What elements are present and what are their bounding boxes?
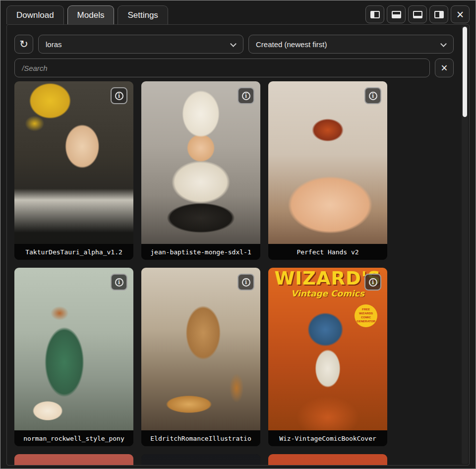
info-button[interactable]: i (238, 274, 254, 291)
model-thumbnail[interactable] (141, 454, 260, 466)
tab-models-label: Models (77, 10, 105, 20)
info-button[interactable]: i (364, 87, 381, 104)
model-grid: i TakturDesTauri_alpha_v1.2 i jean-bapti… (14, 81, 454, 466)
split-right-icon (434, 11, 444, 18)
layout-split-bottom-button[interactable] (387, 5, 406, 23)
model-thumbnail[interactable]: i (141, 81, 260, 244)
model-card[interactable] (141, 454, 260, 466)
model-thumbnail[interactable]: i (141, 268, 260, 430)
model-card[interactable]: i TakturDesTauri_alpha_v1.2 (14, 81, 133, 260)
model-thumbnail[interactable]: i (268, 81, 387, 244)
model-card[interactable]: WIZARD'S Vintage Comics FREE WIZARDS COM… (268, 268, 387, 446)
tab-settings[interactable]: Settings (118, 5, 168, 24)
model-name: norman_rockwell_style_pony (14, 430, 133, 446)
window-controls: × (365, 5, 470, 23)
tab-download[interactable]: Download (6, 5, 64, 24)
models-toolbar: ↻ loras Created (newest first) (14, 35, 454, 54)
split-bottom-icon (392, 11, 401, 18)
model-name: Perfect Hands v2 (268, 244, 387, 260)
info-button[interactable]: i (111, 274, 127, 291)
sort-select[interactable]: Created (newest first) (248, 35, 454, 54)
split-bottom-bar-icon (413, 11, 422, 18)
sort-value: Created (newest first) (256, 40, 327, 49)
tab-settings-label: Settings (127, 10, 158, 20)
info-icon: i (115, 92, 123, 100)
app-window: Download Models Settings × (0, 0, 476, 469)
model-thumbnail[interactable] (268, 454, 387, 466)
model-card[interactable]: i EldritchRomanceIllustratio (141, 268, 260, 446)
model-card[interactable] (14, 454, 133, 466)
model-card[interactable]: i jean-baptiste-monge-sdxl-1 (141, 81, 260, 260)
model-name: EldritchRomanceIllustratio (141, 430, 260, 446)
chevron-down-icon (440, 41, 447, 47)
info-button[interactable]: i (238, 87, 254, 104)
info-icon: i (242, 92, 250, 100)
chevron-down-icon (230, 41, 237, 47)
scrollbar-thumb[interactable] (463, 27, 467, 117)
model-type-value: loras (46, 40, 62, 49)
close-button[interactable]: × (451, 5, 470, 23)
model-name: TakturDesTauri_alpha_v1.2 (14, 244, 133, 260)
split-left-icon (370, 11, 380, 18)
clear-search-button[interactable]: × (435, 59, 454, 77)
close-icon: × (441, 62, 447, 74)
info-button[interactable]: i (364, 274, 381, 291)
info-button[interactable]: i (111, 87, 127, 104)
models-panel: ↻ loras Created (newest first) × (6, 24, 470, 466)
layout-bottom-bar-button[interactable] (408, 5, 427, 23)
model-card[interactable]: i Perfect Hands v2 (268, 81, 387, 260)
model-thumbnail[interactable]: i (14, 268, 133, 430)
model-card[interactable]: i norman_rockwell_style_pony (14, 268, 133, 446)
layout-split-right-button[interactable] (429, 5, 448, 23)
tab-download-label: Download (16, 10, 54, 20)
model-name: jean-baptiste-monge-sdxl-1 (141, 244, 260, 260)
model-name: Wiz-VintageComicBookCover (268, 430, 387, 446)
model-card[interactable] (268, 454, 387, 466)
tab-models[interactable]: Models (67, 5, 115, 24)
tab-bar: Download Models Settings × (0, 0, 476, 24)
scrollbar[interactable] (462, 26, 468, 464)
model-thumbnail[interactable]: WIZARD'S Vintage Comics FREE WIZARDS COM… (268, 268, 387, 430)
search-input[interactable] (14, 59, 430, 77)
model-thumbnail[interactable] (14, 454, 133, 466)
info-icon: i (369, 92, 377, 100)
info-icon: i (242, 278, 250, 287)
refresh-button[interactable]: ↻ (14, 35, 33, 54)
info-icon: i (369, 278, 377, 287)
refresh-icon: ↻ (19, 39, 28, 50)
model-type-select[interactable]: loras (38, 35, 243, 54)
thumbnail-cover-badge: FREE WIZARDS COMIC GENERATOR (355, 304, 377, 327)
close-icon: × (457, 8, 464, 21)
model-thumbnail[interactable]: i (14, 81, 133, 244)
layout-split-left-button[interactable] (365, 5, 384, 23)
search-row: × (14, 59, 454, 77)
info-icon: i (115, 278, 123, 287)
